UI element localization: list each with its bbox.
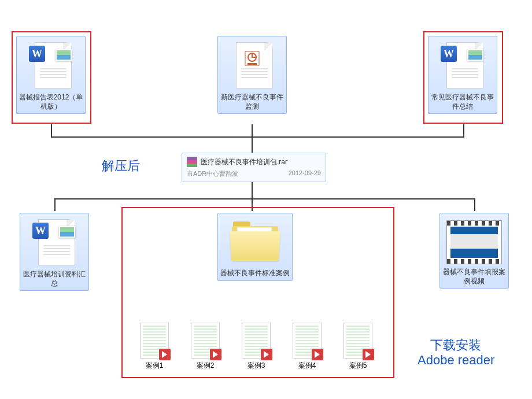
annotation-download: 下载安装	[430, 337, 481, 354]
connector	[463, 124, 464, 137]
file-item-video[interactable]: 器械不良事件填报案例视频	[439, 213, 509, 289]
connector	[474, 198, 475, 211]
connector	[252, 198, 253, 211]
connector	[252, 180, 253, 199]
file-item-training-summary[interactable]: W 医疗器械培训资料汇总	[20, 213, 89, 291]
pdf-icon	[191, 323, 220, 359]
rar-icon	[187, 157, 197, 167]
connector	[54, 198, 475, 200]
svg-rect-2	[247, 63, 257, 65]
pdf-case[interactable]: 案例2	[185, 323, 226, 371]
pdf-icon	[343, 323, 372, 359]
file-item-common-events[interactable]: W 常见医疗器械不良事件总结	[428, 36, 497, 114]
pdf-case[interactable]: 案例4	[287, 323, 327, 371]
pdf-icon	[293, 323, 322, 359]
word-doc-icon: W	[439, 39, 486, 91]
archive-author: 市ADR中心曹韵波	[187, 169, 238, 178]
pdf-case-row: 案例1 案例2 案例3 案例4 案例5	[134, 323, 378, 371]
archive-date: 2012-09-29	[289, 169, 321, 178]
annotation-extract: 解压后	[102, 157, 140, 175]
file-item-standard-cases-folder[interactable]: 器械不良事件标准案例	[217, 213, 293, 281]
folder-icon	[229, 221, 281, 262]
connector	[54, 198, 56, 211]
ppt-doc-icon	[229, 39, 275, 91]
connector	[252, 124, 253, 137]
pdf-case[interactable]: 案例5	[338, 323, 378, 371]
pdf-case[interactable]: 案例1	[134, 323, 175, 371]
annotation-adobe: Adobe reader	[418, 353, 494, 368]
archive-name: 医疗器械不良事件培训包.rar	[201, 157, 287, 167]
word-doc-icon: W	[31, 216, 77, 268]
word-doc-icon: W	[28, 39, 74, 91]
file-item-report-2012[interactable]: W 器械报告表2012（单机版）	[16, 36, 86, 114]
pdf-icon	[242, 323, 271, 359]
connector	[51, 124, 52, 137]
video-icon	[446, 220, 502, 264]
archive-file[interactable]: 医疗器械不良事件培训包.rar 市ADR中心曹韵波2012-09-29	[182, 153, 326, 182]
file-item-monitoring[interactable]: 新医疗器械不良事件监测	[217, 36, 287, 114]
pdf-icon	[140, 323, 169, 359]
connector	[51, 136, 464, 138]
connector	[252, 136, 253, 153]
pdf-case[interactable]: 案例3	[236, 323, 276, 371]
